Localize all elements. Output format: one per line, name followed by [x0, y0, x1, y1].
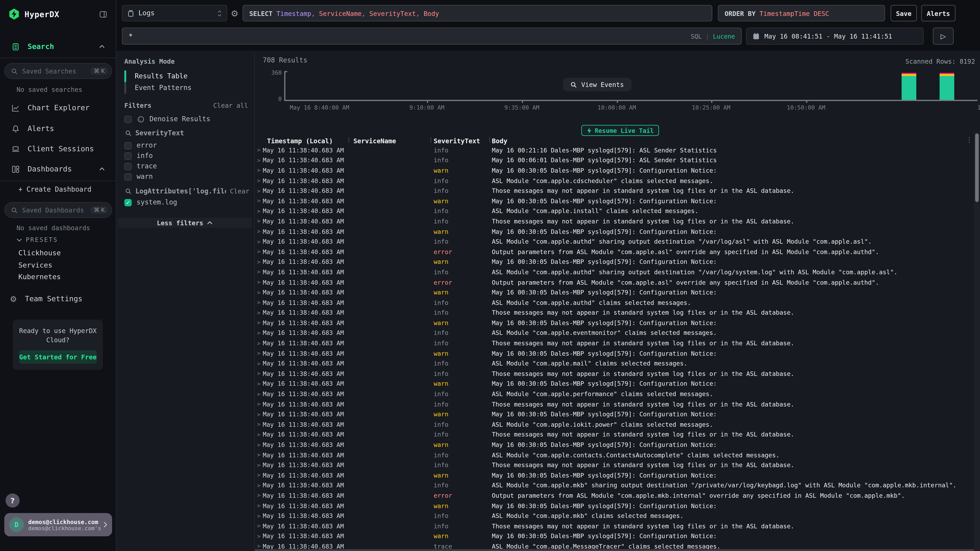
log-row[interactable]: > May 16 11:38:40.683 AM error Output pa… — [255, 491, 980, 501]
log-row[interactable]: > May 16 11:38:40.683 AM info ASL Module… — [255, 419, 980, 430]
expand-row-icon[interactable]: > — [255, 167, 263, 173]
expand-row-icon[interactable]: > — [255, 371, 263, 377]
log-row[interactable]: > May 16 11:38:40.683 AM warn May 16 00:… — [255, 165, 980, 176]
expand-row-icon[interactable]: > — [255, 208, 263, 214]
log-row[interactable]: > May 16 11:38:40.683 AM info May 16 00:… — [255, 155, 980, 165]
log-row[interactable]: > May 16 11:38:40.683 AM warn May 16 00:… — [255, 500, 980, 511]
checkbox[interactable] — [124, 152, 132, 160]
select-columns-input[interactable]: SELECT Timestamp, ServiceName, SeverityT… — [243, 5, 712, 21]
expand-row-icon[interactable]: > — [255, 320, 263, 326]
horizontal-scrollbar[interactable] — [255, 549, 974, 551]
sidebar-collapse-icon[interactable] — [99, 10, 107, 18]
mode-sql[interactable]: SQL — [691, 33, 702, 40]
filter-option-info[interactable]: info — [124, 151, 250, 160]
order-by-input[interactable]: ORDER BY TimestampTime DESC — [718, 5, 885, 21]
log-row[interactable]: > May 16 11:38:40.683 AM info Those mess… — [255, 338, 980, 348]
clear-all-link[interactable]: Clear all — [213, 102, 248, 109]
column-header-severitytext[interactable]: SeverityText — [426, 137, 485, 144]
mode-results-table[interactable]: Results Table — [124, 70, 247, 82]
sidebar-item-client-sessions[interactable]: Client Sessions — [0, 141, 116, 156]
log-row[interactable]: > May 16 11:38:40.683 AM info Those mess… — [255, 308, 980, 318]
query-language-toggle[interactable]: SQL | Lucene — [691, 33, 735, 40]
column-resize-handle[interactable]: ⋮ — [487, 137, 491, 143]
expand-row-icon[interactable]: > — [255, 238, 263, 245]
expand-row-icon[interactable]: > — [255, 492, 263, 499]
log-row[interactable]: > May 16 11:38:40.683 AM warn May 16 00:… — [255, 318, 980, 328]
expand-row-icon[interactable]: > — [255, 289, 263, 295]
vertical-scrollbar[interactable] — [974, 132, 980, 551]
column-header-body[interactable]: Body — [485, 137, 980, 144]
filter-option-trace[interactable]: trace — [124, 162, 250, 171]
expand-row-icon[interactable]: > — [255, 543, 263, 549]
expand-row-icon[interactable]: > — [255, 452, 263, 458]
log-row[interactable]: > May 16 11:38:40.683 AM info Those mess… — [255, 186, 980, 196]
save-button[interactable]: Save — [891, 5, 917, 21]
log-row[interactable]: > May 16 11:38:40.683 AM warn May 16 00:… — [255, 196, 980, 206]
expand-row-icon[interactable]: > — [255, 401, 263, 407]
log-row[interactable]: > May 16 11:38:40.683 AM info ASL Module… — [255, 297, 980, 308]
expand-row-icon[interactable]: > — [255, 513, 263, 519]
checkbox[interactable] — [124, 173, 132, 180]
expand-row-icon[interactable]: > — [255, 533, 263, 539]
create-dashboard-button[interactable]: + Create Dashboard — [18, 186, 91, 194]
checkbox[interactable] — [124, 163, 132, 170]
checkbox-checked[interactable]: ✓ — [124, 199, 132, 206]
checkbox[interactable] — [124, 142, 132, 149]
log-row[interactable]: > May 16 11:38:40.683 AM warn May 16 00:… — [255, 257, 980, 267]
expand-row-icon[interactable]: > — [255, 411, 263, 417]
log-row[interactable]: > May 16 11:38:40.683 AM info ASL Module… — [255, 358, 980, 368]
expand-row-icon[interactable]: > — [255, 147, 263, 153]
log-row[interactable]: > May 16 11:38:40.683 AM info ASL Module… — [255, 450, 980, 460]
denoise-checkbox[interactable] — [124, 116, 132, 123]
column-header-servicename[interactable]: ServiceName — [348, 137, 426, 144]
log-row[interactable]: > May 16 11:38:40.683 AM info ASL Module… — [255, 176, 980, 186]
expand-row-icon[interactable]: > — [255, 300, 263, 306]
log-row[interactable]: > May 16 11:38:40.683 AM warn May 16 00:… — [255, 531, 980, 541]
less-filters-button[interactable]: Less filters — [118, 218, 252, 228]
expand-row-icon[interactable]: > — [255, 442, 263, 448]
run-query-button[interactable]: ▷ — [933, 27, 954, 45]
time-range-picker[interactable]: May 16 08:41:51 - May 16 11:41:51 — [746, 27, 924, 45]
sidebar-item-search[interactable]: Search — [0, 39, 116, 54]
log-row[interactable]: > May 16 11:38:40.683 AM warn May 16 00:… — [255, 409, 980, 419]
histogram-bar[interactable] — [940, 73, 954, 100]
search-query-input[interactable]: * SQL | Lucene — [122, 27, 742, 45]
expand-row-icon[interactable]: > — [255, 483, 263, 489]
histogram-bar[interactable] — [902, 73, 916, 100]
table-options-kebab-icon[interactable]: ⋮ — [966, 136, 973, 144]
filter-option-system-log[interactable]: ✓ system.log — [124, 198, 250, 207]
log-row[interactable]: > May 16 11:38:40.683 AM info ASL Module… — [255, 328, 980, 338]
filter-option-error[interactable]: error — [124, 141, 250, 150]
denoise-filter[interactable]: Denoise Results — [124, 114, 250, 124]
log-row[interactable]: > May 16 11:38:40.683 AM info Those mess… — [255, 521, 980, 531]
expand-row-icon[interactable]: > — [255, 432, 263, 438]
column-resize-handle[interactable]: ⋮ — [428, 137, 433, 143]
column-resize-handle[interactable]: ⋮ — [346, 137, 350, 143]
log-row[interactable]: > May 16 11:38:40.683 AM warn May 16 00:… — [255, 287, 980, 297]
expand-row-icon[interactable]: > — [255, 360, 263, 367]
expand-row-icon[interactable]: > — [255, 381, 263, 387]
log-row[interactable]: > May 16 11:38:40.683 AM info ASL Module… — [255, 206, 980, 216]
sidebar-item-alerts[interactable]: Alerts — [0, 121, 116, 136]
expand-row-icon[interactable]: > — [255, 279, 263, 285]
log-row[interactable]: > May 16 11:38:40.683 AM info Those mess… — [255, 216, 980, 226]
saved-dashboards-input[interactable]: Saved Dashboards ⌘ K — [4, 202, 112, 218]
log-row[interactable]: > May 16 11:38:40.683 AM info Those mess… — [255, 399, 980, 410]
view-events-button[interactable]: View Events — [563, 78, 631, 91]
expand-row-icon[interactable]: > — [255, 391, 263, 397]
sidebar-item-team-settings[interactable]: ⚙ Team Settings — [0, 291, 116, 306]
get-started-button[interactable]: Get Started for Free — [19, 350, 97, 364]
log-row[interactable]: > May 16 11:38:40.683 AM info Those mess… — [255, 430, 980, 440]
help-button[interactable]: ? — [5, 494, 20, 508]
expand-row-icon[interactable]: > — [255, 340, 263, 346]
scrollbar-thumb[interactable] — [975, 133, 979, 202]
expand-row-icon[interactable]: > — [255, 157, 263, 164]
log-row[interactable]: > May 16 11:38:40.683 AM info Those mess… — [255, 460, 980, 470]
log-row[interactable]: > May 16 11:38:40.683 AM info ASL Module… — [255, 480, 980, 491]
alerts-button[interactable]: Alerts — [921, 5, 956, 21]
user-menu[interactable]: D demos@clickhouse.com demos@clickhouse.… — [4, 513, 112, 536]
log-row[interactable]: > May 16 11:38:40.683 AM warn May 16 00:… — [255, 470, 980, 480]
source-select[interactable]: Logs — [122, 5, 227, 21]
mode-lucene[interactable]: Lucene — [713, 33, 735, 40]
resume-live-tail-button[interactable]: Resume Live Tail — [581, 125, 659, 136]
